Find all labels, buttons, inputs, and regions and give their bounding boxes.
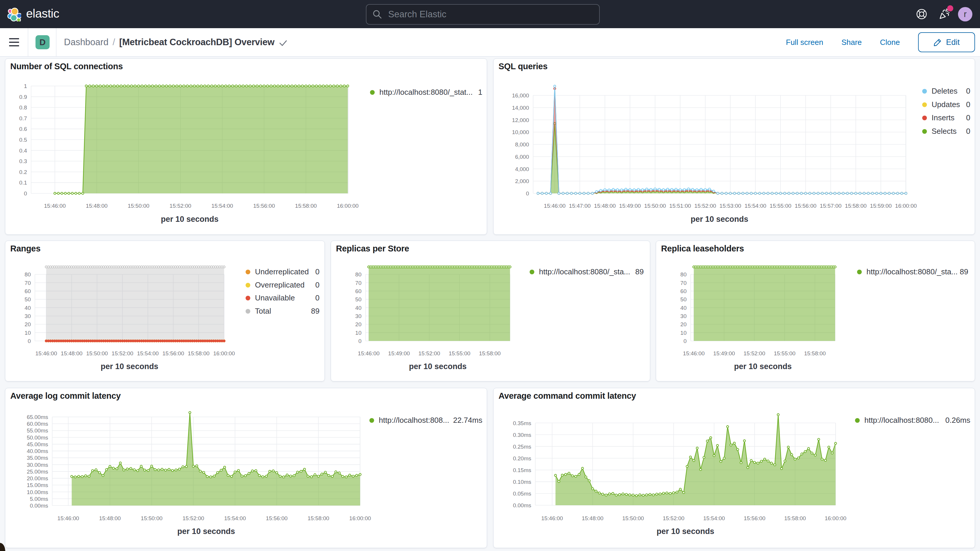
data-point-marker (155, 85, 157, 87)
data-point-marker (706, 440, 708, 442)
data-point-marker (206, 476, 208, 478)
edit-button-label: Edit (946, 38, 960, 47)
data-point-marker (608, 189, 610, 191)
data-point-marker (759, 192, 760, 194)
data-point-marker (57, 192, 59, 194)
data-point-marker (75, 192, 77, 194)
data-point-marker (689, 456, 692, 458)
data-point-marker (154, 468, 156, 471)
y-tick-label: 0.9 (19, 94, 27, 100)
y-tick-label: 20 (25, 321, 31, 327)
x-tick-label: 15:56:00 (253, 203, 275, 209)
breadcrumb-dashboard-link[interactable]: Dashboard (64, 37, 108, 48)
y-tick-label: 70 (25, 280, 31, 286)
data-point-marker (151, 266, 153, 268)
legend-series-dot (246, 270, 250, 274)
data-point-marker (700, 468, 702, 471)
elastic-home-link[interactable]: elastic (7, 0, 59, 28)
y-tick-label: 0.2 (19, 169, 27, 175)
x-tick-label: 15:52:00 (663, 515, 684, 521)
data-point-marker (659, 493, 661, 495)
panel-avg-log-commit-latency: Average log commit latency 0.00ms5.00ms1… (5, 388, 487, 548)
menu-toggle-button[interactable] (0, 28, 28, 56)
data-point-marker (683, 491, 685, 494)
newsfeed-button[interactable] (935, 5, 954, 24)
x-axis-title: per 10 seconds (161, 215, 219, 224)
chart-avg-log-commit-latency[interactable]: 0.00ms5.00ms10.00ms15.00ms20.00ms25.00ms… (5, 388, 487, 548)
data-point-marker (558, 192, 560, 194)
data-point-marker (280, 85, 283, 87)
search-icon (372, 10, 382, 19)
x-tick-label: 15:47:00 (569, 203, 591, 209)
series-area (694, 267, 835, 341)
help-menu-button[interactable] (912, 5, 931, 24)
x-tick-label: 15:59:00 (870, 203, 892, 209)
chart-sql-connections[interactable]: 00.10.20.30.40.50.60.70.80.9115:46:0015:… (5, 59, 487, 235)
data-point-marker (600, 190, 602, 191)
y-tick-label: 0.4 (19, 148, 27, 154)
y-tick-label: 25.00ms (27, 468, 48, 475)
data-point-marker (190, 85, 192, 87)
x-tick-label: 15:52:00 (743, 350, 765, 357)
chart-sql-queries[interactable]: 02,0004,0006,0008,00010,00012,00014,0001… (493, 59, 975, 235)
legend-series-value: 0 (261, 280, 320, 290)
edit-button[interactable]: Edit (918, 32, 975, 52)
data-point-marker (228, 85, 230, 87)
data-point-marker (75, 266, 77, 268)
x-tick-label: 15:56:00 (795, 203, 816, 209)
data-point-marker (223, 339, 225, 342)
data-point-marker (256, 85, 258, 87)
legend-series-dot (246, 283, 250, 288)
data-point-marker (696, 447, 698, 449)
data-point-marker (103, 85, 105, 87)
data-point-marker (179, 85, 181, 87)
page: {"topbar":{"brand":"elastic","search_pla… (0, 0, 980, 551)
data-point-marker (89, 85, 91, 87)
x-tick-label: 15:52:00 (170, 203, 191, 209)
data-point-marker (880, 192, 882, 194)
data-point-marker (298, 85, 300, 87)
data-point-marker (220, 469, 222, 471)
x-tick-label: 15:58:00 (479, 350, 501, 357)
series-area (46, 267, 224, 341)
top-header-bar: elastic Search Elastic (0, 0, 980, 28)
chart-avg-command-commit-latency[interactable]: 0.00ms0.05ms0.10ms0.15ms0.20ms0.25ms0.30… (493, 388, 975, 548)
y-tick-label: 35.00ms (27, 455, 48, 461)
global-search-input[interactable]: Search Elastic (366, 4, 600, 25)
data-point-marker (725, 192, 727, 194)
y-tick-label: 14,000 (512, 105, 529, 111)
data-point-marker (792, 192, 794, 194)
data-point-marker (622, 493, 624, 495)
full-screen-button[interactable]: Full screen (786, 38, 823, 47)
x-tick-label: 15:50:00 (141, 515, 162, 521)
x-tick-label: 15:48:00 (99, 515, 121, 521)
y-tick-label: 10 (681, 330, 687, 336)
data-point-marker (147, 470, 149, 471)
chart-replica-leaseholders[interactable]: 0102030405060708015:46:0015:49:0015:52:0… (656, 241, 975, 382)
data-point-marker (211, 85, 213, 87)
x-tick-label: 15:58:00 (845, 203, 867, 209)
y-tick-label: 0.3 (19, 158, 27, 164)
share-button[interactable]: Share (842, 38, 862, 47)
data-point-marker (242, 85, 244, 87)
data-point-marker (585, 476, 587, 478)
data-point-marker (780, 192, 782, 194)
data-point-marker (234, 471, 236, 473)
user-avatar[interactable]: r (958, 7, 972, 21)
data-point-marker (92, 85, 94, 87)
data-point-marker (656, 493, 658, 495)
data-point-marker (692, 188, 694, 190)
elastic-logo-icon (7, 7, 21, 21)
data-point-marker (642, 494, 644, 497)
data-point-marker (307, 475, 309, 477)
data-point-marker (100, 266, 102, 268)
x-tick-label: 16:00:00 (895, 203, 917, 209)
data-point-marker (68, 192, 70, 194)
help-icon (916, 8, 927, 20)
data-point-marker (239, 85, 240, 87)
data-point-marker (232, 85, 234, 87)
x-tick-label: 15:52:00 (418, 350, 440, 357)
data-point-marker (335, 471, 337, 473)
chart-replicas-per-store[interactable]: 0102030405060708015:46:0015:49:0015:52:0… (331, 241, 651, 382)
clone-button[interactable]: Clone (880, 38, 900, 47)
